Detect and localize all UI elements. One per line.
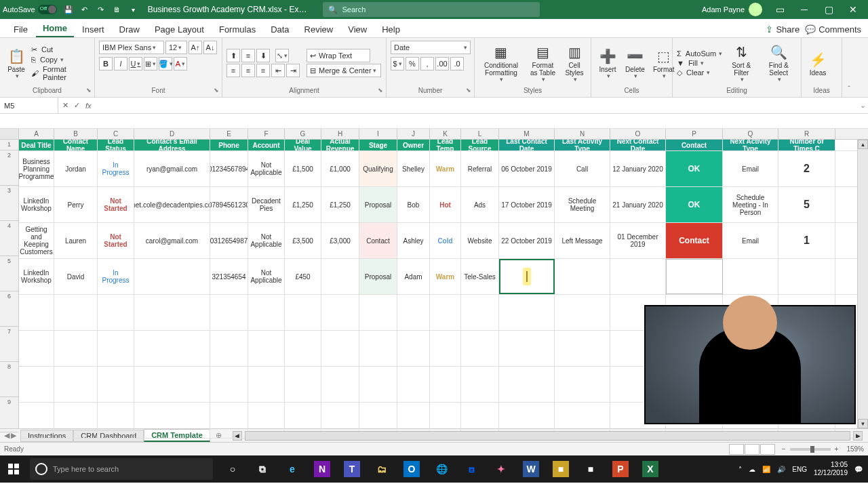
comma-button[interactable]: , bbox=[420, 57, 434, 70]
save-icon[interactable]: 💾 bbox=[62, 3, 75, 16]
cell[interactable] bbox=[461, 295, 499, 330]
powerpoint-app[interactable]: P bbox=[606, 455, 635, 483]
cell[interactable]: Email bbox=[723, 151, 778, 186]
cell[interactable]: Schedule Meeting - In Person bbox=[723, 187, 778, 222]
number-dialog-launcher[interactable]: ⬊ bbox=[466, 87, 471, 94]
close-button[interactable]: ✕ bbox=[841, 0, 865, 19]
tray-expand-icon[interactable]: ˄ bbox=[738, 466, 742, 473]
cell[interactable] bbox=[359, 295, 397, 330]
cut-button[interactable]: ✂Cut bbox=[31, 45, 90, 54]
bold-button[interactable]: B bbox=[99, 57, 113, 70]
tab-home[interactable]: Home bbox=[36, 20, 74, 37]
cell[interactable]: Referral bbox=[461, 151, 499, 186]
tab-help[interactable]: Help bbox=[375, 22, 407, 37]
fx-icon[interactable]: fx bbox=[85, 102, 92, 110]
user-account[interactable]: Adam Payne bbox=[702, 3, 762, 16]
wraptext-button[interactable]: ↩Wrap Text bbox=[307, 49, 370, 62]
select-all-cells[interactable] bbox=[0, 129, 19, 139]
cell[interactable]: Warm bbox=[430, 259, 461, 294]
cell[interactable]: Adam bbox=[397, 259, 430, 294]
table-header[interactable]: Lead Temp bbox=[430, 140, 461, 150]
mergecenter-button[interactable]: ⊟Merge & Center▾ bbox=[307, 64, 381, 77]
cell[interactable] bbox=[397, 367, 430, 402]
format-as-table-button[interactable]: ▤Format as Table▾ bbox=[526, 41, 559, 85]
horizontal-scrollbar[interactable] bbox=[245, 431, 850, 441]
cell[interactable] bbox=[134, 403, 210, 438]
row-header-2[interactable]: 2 bbox=[0, 150, 18, 186]
zoom-in-button[interactable]: + bbox=[835, 445, 839, 453]
cell[interactable]: LinkedIn Workshop bbox=[19, 187, 54, 222]
cell[interactable]: 06 October 2019 bbox=[499, 151, 555, 186]
cell[interactable] bbox=[285, 331, 321, 366]
column-header-R[interactable]: R bbox=[778, 129, 835, 139]
cell[interactable] bbox=[555, 331, 610, 366]
word-app[interactable]: W bbox=[517, 455, 545, 483]
cell[interactable] bbox=[430, 331, 461, 366]
cell[interactable]: Jordan bbox=[54, 151, 98, 186]
view-pagelayout-button[interactable] bbox=[745, 444, 760, 455]
cell[interactable] bbox=[19, 403, 54, 438]
cell[interactable] bbox=[555, 295, 610, 330]
column-header-F[interactable]: F bbox=[248, 129, 285, 139]
percent-button[interactable]: % bbox=[406, 57, 419, 70]
search-box[interactable]: 🔍 Search bbox=[323, 2, 540, 17]
share-button[interactable]: ⇪Share bbox=[766, 24, 800, 35]
cell[interactable]: Decadent Pies bbox=[248, 187, 285, 222]
cell[interactable]: In Progress bbox=[98, 151, 134, 186]
tab-formulas[interactable]: Formulas bbox=[212, 22, 262, 37]
table-header[interactable]: Last Contact Date bbox=[499, 140, 555, 150]
cell[interactable] bbox=[134, 331, 210, 366]
cell[interactable] bbox=[397, 331, 430, 366]
shrink-font-button[interactable]: A↓ bbox=[203, 41, 217, 54]
table-header[interactable]: Deal Value bbox=[285, 140, 321, 150]
table-header[interactable]: Stage bbox=[359, 140, 397, 150]
grow-font-button[interactable]: A↑ bbox=[189, 41, 202, 54]
outlook-app[interactable]: O bbox=[397, 455, 426, 483]
column-header-K[interactable]: K bbox=[430, 129, 461, 139]
cell[interactable]: £450 bbox=[285, 259, 321, 294]
cell[interactable] bbox=[248, 295, 285, 330]
cell[interactable] bbox=[54, 295, 98, 330]
cell[interactable]: Not Applicable bbox=[248, 259, 285, 294]
cell[interactable]: £3,000 bbox=[321, 223, 359, 258]
cell[interactable]: 01234567894 bbox=[210, 151, 248, 186]
cell[interactable] bbox=[54, 367, 98, 402]
table-header[interactable]: Phone bbox=[210, 140, 248, 150]
copy-button[interactable]: ⎘Copy▾ bbox=[31, 56, 90, 64]
tab-file[interactable]: File bbox=[7, 22, 35, 37]
cell[interactable] bbox=[54, 331, 98, 366]
taskbar-search[interactable]: Type here to search bbox=[30, 458, 213, 480]
wifi-icon[interactable]: 📶 bbox=[762, 466, 770, 473]
cell[interactable]: Email bbox=[723, 223, 778, 258]
underline-button[interactable]: U▾ bbox=[129, 57, 142, 70]
cell[interactable] bbox=[666, 259, 723, 294]
table-header[interactable]: Account bbox=[248, 140, 285, 150]
cell[interactable] bbox=[210, 367, 248, 402]
name-box[interactable]: M5 bbox=[0, 98, 58, 113]
undo-icon[interactable]: ↶ bbox=[79, 3, 91, 16]
view-normal-button[interactable] bbox=[729, 444, 744, 455]
tab-pagelayout[interactable]: Page Layout bbox=[148, 22, 211, 37]
column-header-D[interactable]: D bbox=[134, 129, 210, 139]
row-header-7[interactable]: 7 bbox=[0, 327, 18, 362]
orientation-button[interactable]: ⤡▾ bbox=[275, 49, 289, 62]
tab-view[interactable]: View bbox=[341, 22, 374, 37]
ribbon-mode-icon[interactable]: ▭ bbox=[768, 0, 792, 19]
cell[interactable]: 0312654987 bbox=[210, 223, 248, 258]
cell[interactable]: Proposal bbox=[359, 187, 397, 222]
row-header-6[interactable]: 6 bbox=[0, 291, 18, 327]
cell[interactable] bbox=[98, 331, 134, 366]
cell[interactable] bbox=[248, 367, 285, 402]
cell[interactable]: 12 January 2020 bbox=[610, 151, 666, 186]
cell[interactable]: Bob bbox=[397, 187, 430, 222]
cell[interactable]: 07894561230 bbox=[210, 187, 248, 222]
align-center-button[interactable]: ≡ bbox=[241, 64, 255, 77]
row-header-5[interactable]: 5 bbox=[0, 256, 18, 291]
cell[interactable] bbox=[134, 295, 210, 330]
cell[interactable] bbox=[397, 295, 430, 330]
tab-insert[interactable]: Insert bbox=[75, 22, 111, 37]
zoom-slider[interactable] bbox=[790, 448, 831, 451]
insert-cells-button[interactable]: ➕Insert▾ bbox=[595, 45, 620, 81]
italic-button[interactable]: I bbox=[114, 57, 127, 70]
cell[interactable] bbox=[98, 403, 134, 438]
